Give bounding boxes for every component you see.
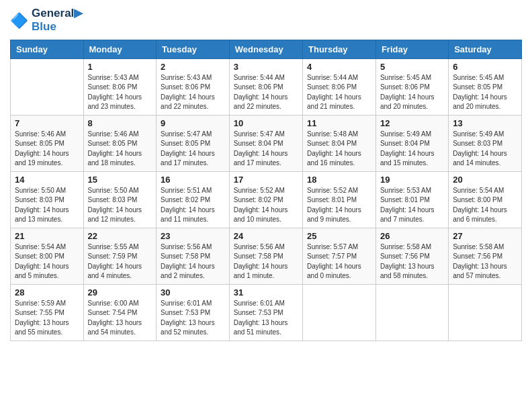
day-number: 20: [453, 175, 517, 185]
day-number: 3: [234, 62, 298, 72]
calendar-week-row: 14Sunrise: 5:50 AMSunset: 8:03 PMDayligh…: [11, 171, 522, 228]
calendar-cell: 6Sunrise: 5:45 AMSunset: 8:05 PMDaylight…: [449, 58, 522, 115]
calendar-cell: 31Sunrise: 6:01 AMSunset: 7:53 PMDayligh…: [229, 284, 302, 340]
day-number: 12: [380, 118, 444, 128]
day-number: 30: [161, 287, 225, 298]
col-sunday: Sunday: [11, 40, 84, 58]
day-content: Sunrise: 5:49 AMSunset: 8:03 PMDaylight:…: [453, 130, 517, 169]
day-content: Sunrise: 5:54 AMSunset: 8:00 PMDaylight:…: [15, 242, 79, 281]
day-number: 22: [88, 231, 152, 241]
calendar-cell: 3Sunrise: 5:44 AMSunset: 8:06 PMDaylight…: [229, 58, 302, 115]
calendar-cell: 22Sunrise: 5:55 AMSunset: 7:59 PMDayligh…: [83, 228, 157, 284]
calendar-cell: 4Sunrise: 5:44 AMSunset: 8:06 PMDaylight…: [303, 58, 376, 115]
calendar-cell: [303, 284, 376, 340]
col-tuesday: Tuesday: [157, 40, 230, 58]
day-content: Sunrise: 6:01 AMSunset: 7:53 PMDaylight:…: [161, 299, 225, 338]
day-content: Sunrise: 5:56 AMSunset: 7:58 PMDaylight:…: [234, 242, 298, 281]
page-header: 🔷 General▶ Blue: [10, 7, 522, 34]
calendar-week-row: 7Sunrise: 5:46 AMSunset: 8:05 PMDaylight…: [11, 115, 522, 171]
calendar-cell: 18Sunrise: 5:52 AMSunset: 8:01 PMDayligh…: [303, 171, 376, 228]
day-number: 4: [307, 62, 371, 72]
day-content: Sunrise: 5:45 AMSunset: 8:05 PMDaylight:…: [453, 73, 517, 112]
day-number: 29: [88, 287, 152, 298]
day-number: 19: [380, 175, 444, 185]
day-number: 8: [88, 118, 152, 128]
day-content: Sunrise: 5:46 AMSunset: 8:05 PMDaylight:…: [15, 130, 79, 169]
day-content: Sunrise: 5:56 AMSunset: 7:58 PMDaylight:…: [161, 242, 225, 281]
day-content: Sunrise: 5:43 AMSunset: 8:06 PMDaylight:…: [88, 73, 152, 112]
day-content: Sunrise: 6:00 AMSunset: 7:54 PMDaylight:…: [88, 299, 152, 338]
day-number: 6: [453, 62, 517, 72]
day-number: 14: [15, 175, 79, 185]
calendar-cell: 15Sunrise: 5:50 AMSunset: 8:03 PMDayligh…: [83, 171, 157, 228]
calendar-cell: 25Sunrise: 5:57 AMSunset: 7:57 PMDayligh…: [303, 228, 376, 284]
day-number: 17: [234, 175, 298, 185]
day-content: Sunrise: 5:50 AMSunset: 8:03 PMDaylight:…: [88, 186, 152, 225]
day-number: 27: [453, 231, 517, 241]
day-content: Sunrise: 5:54 AMSunset: 8:00 PMDaylight:…: [453, 186, 517, 225]
calendar-week-row: 21Sunrise: 5:54 AMSunset: 8:00 PMDayligh…: [11, 228, 522, 284]
calendar-cell: 16Sunrise: 5:51 AMSunset: 8:02 PMDayligh…: [157, 171, 230, 228]
calendar-cell: 17Sunrise: 5:52 AMSunset: 8:02 PMDayligh…: [229, 171, 302, 228]
calendar-header-row: Sunday Monday Tuesday Wednesday Thursday…: [11, 40, 522, 58]
calendar-cell: 14Sunrise: 5:50 AMSunset: 8:03 PMDayligh…: [11, 171, 84, 228]
day-number: 13: [453, 118, 517, 128]
day-content: Sunrise: 5:51 AMSunset: 8:02 PMDaylight:…: [161, 186, 225, 225]
calendar-cell: [449, 284, 522, 340]
calendar-cell: 26Sunrise: 5:58 AMSunset: 7:56 PMDayligh…: [375, 228, 448, 284]
svg-text:🔷: 🔷: [10, 11, 29, 30]
col-wednesday: Wednesday: [229, 40, 302, 58]
calendar-cell: 9Sunrise: 5:47 AMSunset: 8:05 PMDaylight…: [157, 115, 230, 171]
logo: 🔷 General▶ Blue: [10, 7, 83, 34]
calendar-week-row: 1Sunrise: 5:43 AMSunset: 8:06 PMDaylight…: [11, 58, 522, 115]
day-number: 31: [234, 287, 298, 298]
calendar-cell: 30Sunrise: 6:01 AMSunset: 7:53 PMDayligh…: [157, 284, 230, 340]
day-number: 15: [88, 175, 152, 185]
calendar-cell: 21Sunrise: 5:54 AMSunset: 8:00 PMDayligh…: [11, 228, 84, 284]
col-monday: Monday: [83, 40, 157, 58]
calendar-table: Sunday Monday Tuesday Wednesday Thursday…: [10, 40, 522, 341]
day-number: 25: [307, 231, 371, 241]
day-content: Sunrise: 5:44 AMSunset: 8:06 PMDaylight:…: [307, 73, 371, 112]
day-content: Sunrise: 5:59 AMSunset: 7:55 PMDaylight:…: [15, 299, 79, 338]
calendar-cell: 12Sunrise: 5:49 AMSunset: 8:04 PMDayligh…: [375, 115, 448, 171]
calendar-cell: 2Sunrise: 5:43 AMSunset: 8:06 PMDaylight…: [157, 58, 230, 115]
day-number: 7: [15, 118, 79, 128]
day-number: 2: [161, 62, 225, 72]
calendar-cell: 23Sunrise: 5:56 AMSunset: 7:58 PMDayligh…: [157, 228, 230, 284]
calendar-cell: 8Sunrise: 5:46 AMSunset: 8:05 PMDaylight…: [83, 115, 157, 171]
col-friday: Friday: [375, 40, 448, 58]
calendar-cell: [375, 284, 448, 340]
day-number: 11: [307, 118, 371, 128]
calendar-cell: 29Sunrise: 6:00 AMSunset: 7:54 PMDayligh…: [83, 284, 157, 340]
day-content: Sunrise: 5:52 AMSunset: 8:02 PMDaylight:…: [234, 186, 298, 225]
day-content: Sunrise: 5:44 AMSunset: 8:06 PMDaylight:…: [234, 73, 298, 112]
day-content: Sunrise: 5:47 AMSunset: 8:05 PMDaylight:…: [161, 130, 225, 169]
col-thursday: Thursday: [303, 40, 376, 58]
day-content: Sunrise: 5:43 AMSunset: 8:06 PMDaylight:…: [161, 73, 225, 112]
day-number: 28: [15, 287, 79, 298]
calendar-cell: 24Sunrise: 5:56 AMSunset: 7:58 PMDayligh…: [229, 228, 302, 284]
day-number: 21: [15, 231, 79, 241]
calendar-cell: [11, 58, 84, 115]
day-number: 18: [307, 175, 371, 185]
day-content: Sunrise: 5:58 AMSunset: 7:56 PMDaylight:…: [380, 242, 444, 281]
day-content: Sunrise: 5:55 AMSunset: 7:59 PMDaylight:…: [88, 242, 152, 281]
logo-icon: 🔷: [10, 11, 29, 30]
calendar-cell: 5Sunrise: 5:45 AMSunset: 8:06 PMDaylight…: [375, 58, 448, 115]
logo-text: General▶ Blue: [32, 7, 83, 34]
day-number: 5: [380, 62, 444, 72]
day-content: Sunrise: 5:49 AMSunset: 8:04 PMDaylight:…: [380, 130, 444, 169]
day-content: Sunrise: 5:58 AMSunset: 7:56 PMDaylight:…: [453, 242, 517, 281]
day-number: 23: [161, 231, 225, 241]
day-number: 24: [234, 231, 298, 241]
day-content: Sunrise: 5:50 AMSunset: 8:03 PMDaylight:…: [15, 186, 79, 225]
day-content: Sunrise: 5:45 AMSunset: 8:06 PMDaylight:…: [380, 73, 444, 112]
day-content: Sunrise: 5:48 AMSunset: 8:04 PMDaylight:…: [307, 130, 371, 169]
day-number: 26: [380, 231, 444, 241]
day-content: Sunrise: 5:53 AMSunset: 8:01 PMDaylight:…: [380, 186, 444, 225]
calendar-cell: 28Sunrise: 5:59 AMSunset: 7:55 PMDayligh…: [11, 284, 84, 340]
calendar-week-row: 28Sunrise: 5:59 AMSunset: 7:55 PMDayligh…: [11, 284, 522, 340]
day-content: Sunrise: 5:46 AMSunset: 8:05 PMDaylight:…: [88, 130, 152, 169]
day-number: 16: [161, 175, 225, 185]
